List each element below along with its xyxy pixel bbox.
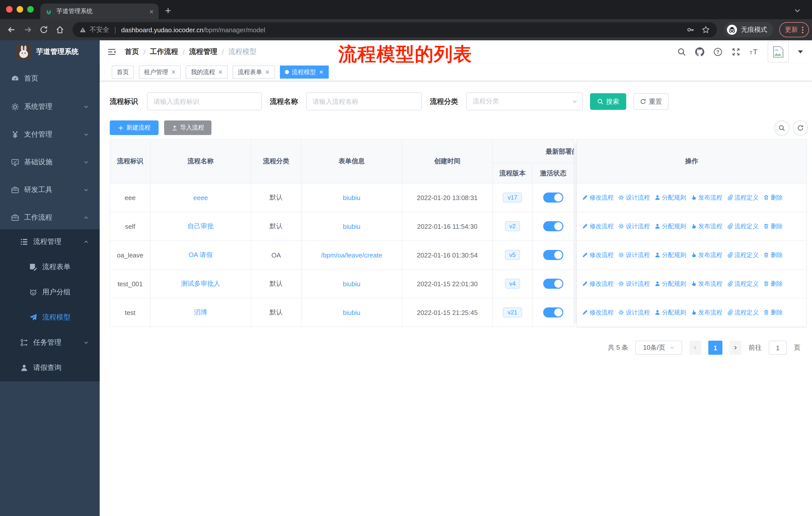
browser-update-button[interactable]: 更新 — [779, 22, 809, 37]
sidebar-item-payment[interactable]: 支付管理 — [0, 120, 100, 148]
address-bar[interactable]: 不安全 | dashboard.yudao.iocoder.cn/bpm/man… — [72, 22, 717, 37]
sidebar-item-infra[interactable]: 基础设施 — [0, 148, 100, 176]
active-toggle[interactable] — [543, 279, 563, 289]
publish-flow-action[interactable]: 发布流程 — [691, 193, 722, 202]
page-size-select[interactable]: 10条/页 — [635, 341, 682, 355]
flow-name-link[interactable]: 测试多审批人 — [181, 279, 220, 288]
tag-tenant[interactable]: 租户管理 ✕ — [139, 65, 181, 79]
reload-icon[interactable] — [39, 25, 48, 34]
home-icon[interactable] — [55, 25, 64, 34]
design-flow-action[interactable]: 设计流程 — [618, 222, 650, 230]
sidebar-item-flow-form[interactable]: 流程表单 — [0, 254, 100, 280]
tag-flow-form[interactable]: 流程表单 ✕ — [233, 65, 274, 79]
delete-action[interactable]: 删除 — [763, 222, 783, 230]
flow-id-input[interactable] — [147, 92, 262, 110]
flow-category-select[interactable]: 流程分类 — [466, 92, 583, 110]
design-flow-action[interactable]: 设计流程 — [618, 279, 650, 288]
refresh-table-button[interactable] — [793, 120, 808, 136]
form-info-link[interactable]: biubiu — [343, 194, 360, 201]
breadcrumb-home[interactable]: 首页 — [125, 47, 139, 56]
active-toggle[interactable] — [543, 192, 563, 202]
bookmark-star-icon[interactable] — [702, 26, 710, 34]
font-size-icon[interactable] — [750, 47, 759, 56]
flow-definition-action[interactable]: 流程定义 — [727, 308, 759, 317]
flow-definition-action[interactable]: 流程定义 — [727, 251, 759, 259]
flow-name-link[interactable]: 滔博 — [194, 308, 207, 317]
sidebar-item-workflow[interactable]: 工作流程 — [0, 203, 100, 231]
next-page-button[interactable] — [729, 341, 742, 355]
delete-action[interactable]: 删除 — [763, 279, 783, 288]
edit-flow-action[interactable]: 修改流程 — [582, 222, 614, 230]
tag-close-icon[interactable]: ✕ — [319, 69, 323, 75]
flow-name-link[interactable]: 自己审批 — [187, 222, 214, 231]
form-info-link[interactable]: biubiu — [343, 309, 360, 316]
design-flow-action[interactable]: 设计流程 — [618, 251, 650, 259]
browser-tab[interactable]: 芋道管理系统 × — [40, 3, 158, 19]
publish-flow-action[interactable]: 发布流程 — [691, 251, 722, 259]
avatar-caret-icon[interactable] — [798, 50, 803, 53]
create-flow-button[interactable]: 新建流程 — [110, 120, 158, 135]
flow-definition-action[interactable]: 流程定义 — [727, 193, 759, 202]
assign-rule-action[interactable]: 分配规则 — [655, 279, 686, 288]
publish-flow-action[interactable]: 发布流程 — [691, 308, 722, 317]
github-icon[interactable] — [695, 47, 704, 56]
sidebar-collapse-icon[interactable] — [107, 47, 116, 56]
active-toggle[interactable] — [543, 250, 563, 260]
fullscreen-icon[interactable] — [731, 47, 741, 56]
active-toggle[interactable] — [543, 221, 563, 231]
form-info-link[interactable]: biubiu — [343, 222, 360, 230]
edit-flow-action[interactable]: 修改流程 — [582, 308, 614, 317]
assign-rule-action[interactable]: 分配规则 — [655, 193, 686, 202]
new-tab-button[interactable]: + — [165, 4, 171, 17]
delete-action[interactable]: 删除 — [763, 308, 783, 317]
not-secure-icon[interactable] — [80, 26, 86, 33]
close-tab-icon[interactable]: × — [149, 7, 153, 16]
help-icon[interactable] — [713, 47, 722, 56]
sidebar-item-flow-management[interactable]: 流程管理 — [0, 229, 100, 254]
tag-close-icon[interactable]: ✕ — [171, 69, 176, 75]
tag-close-icon[interactable]: ✕ — [218, 69, 223, 75]
header-search-icon[interactable] — [677, 47, 686, 56]
sidebar-logo[interactable]: 芋道管理系统 — [0, 40, 100, 63]
sidebar-item-user-group[interactable]: 用户分组 — [0, 280, 100, 305]
reset-button[interactable]: 重置 — [633, 93, 669, 110]
password-key-icon[interactable] — [687, 26, 695, 34]
user-avatar[interactable] — [768, 41, 789, 62]
forward-icon[interactable] — [23, 25, 32, 34]
goto-page-input[interactable] — [769, 341, 787, 355]
sidebar-item-task-management[interactable]: 任务管理 — [0, 330, 100, 355]
import-flow-button[interactable]: 导入流程 — [164, 120, 211, 135]
sidebar-item-system[interactable]: 系统管理 — [0, 93, 100, 120]
sidebar-item-devtools[interactable]: 研发工具 — [0, 176, 100, 203]
prev-page-button[interactable] — [689, 341, 701, 355]
toggle-search-button[interactable] — [774, 120, 789, 136]
sidebar-item-flow-model[interactable]: 流程模型 — [0, 305, 100, 330]
flow-name-input[interactable] — [306, 92, 422, 110]
browser-menu-icon[interactable] — [802, 26, 804, 33]
publish-flow-action[interactable]: 发布流程 — [691, 222, 722, 230]
breadcrumb-flow-management[interactable]: 流程管理 — [189, 47, 218, 56]
close-window-button[interactable] — [6, 6, 12, 12]
flow-definition-action[interactable]: 流程定义 — [727, 279, 759, 288]
assign-rule-action[interactable]: 分配规则 — [655, 251, 686, 259]
form-info-link[interactable]: /bpm/oa/leave/create — [321, 251, 382, 259]
edit-flow-action[interactable]: 修改流程 — [582, 279, 614, 288]
sidebar-item-leave-query[interactable]: 请假查询 — [0, 355, 100, 380]
current-page-button[interactable]: 1 — [708, 341, 722, 355]
search-button[interactable]: 搜索 — [590, 93, 626, 110]
assign-rule-action[interactable]: 分配规则 — [655, 222, 686, 230]
flow-definition-action[interactable]: 流程定义 — [727, 222, 759, 230]
back-icon[interactable] — [7, 25, 16, 34]
publish-flow-action[interactable]: 发布流程 — [691, 279, 722, 288]
window-controls[interactable] — [6, 6, 34, 12]
design-flow-action[interactable]: 设计流程 — [618, 193, 650, 202]
tag-home[interactable]: 首页 — [112, 65, 134, 79]
sidebar-item-home[interactable]: 首页 — [0, 64, 100, 92]
delete-action[interactable]: 删除 — [763, 251, 783, 259]
tab-search-chevron-icon[interactable] — [794, 7, 801, 14]
breadcrumb-workflow[interactable]: 工作流程 — [150, 47, 178, 56]
tag-flow-model[interactable]: 流程模型 ✕ — [280, 65, 328, 79]
design-flow-action[interactable]: 设计流程 — [618, 308, 650, 317]
minimize-window-button[interactable] — [17, 6, 23, 12]
delete-action[interactable]: 删除 — [763, 193, 783, 202]
